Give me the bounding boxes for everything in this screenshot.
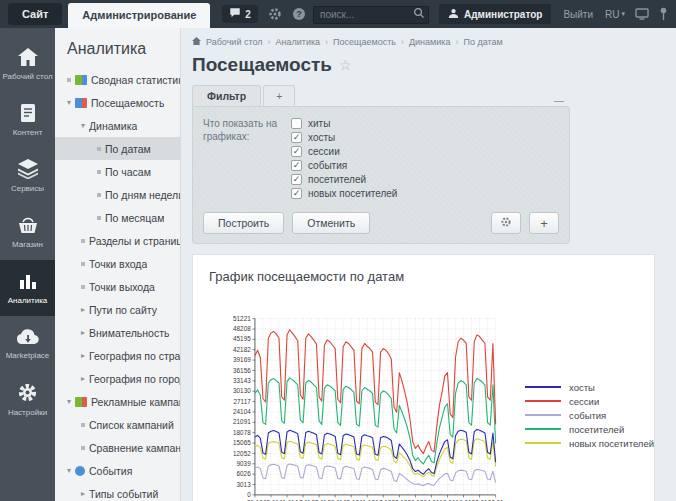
filter-checkbox-row[interactable]: хиты: [291, 117, 397, 130]
filter-settings-button[interactable]: [491, 212, 521, 234]
cancel-button[interactable]: Отменить: [292, 212, 370, 234]
rail-item-services[interactable]: Сервисы: [0, 148, 55, 204]
sidebar-item-label: Разделы и страницы: [89, 235, 180, 247]
breadcrumb-item[interactable]: Посещаемость: [333, 37, 396, 47]
rail-item-label: Marketplace: [6, 352, 50, 361]
user-button[interactable]: Администратор: [439, 4, 551, 24]
sidebar-item[interactable]: Список кампаний: [55, 413, 180, 436]
checkbox[interactable]: ✓: [291, 188, 302, 199]
page-title: Посещаемость: [192, 54, 332, 76]
notifications-count: 2: [245, 9, 251, 20]
sidebar-item[interactable]: Сводная статистика: [55, 68, 180, 91]
sidebar-item[interactable]: ▾События: [55, 459, 180, 482]
sidebar-item-label: По часам: [105, 166, 151, 178]
legend-label: хосты: [569, 382, 595, 393]
sidebar-item-label: По датам: [105, 143, 151, 155]
sidebar-item[interactable]: Точки входа: [55, 252, 180, 275]
site-tab[interactable]: Сайт: [8, 3, 62, 25]
build-button[interactable]: Построить: [203, 212, 284, 234]
legend-swatch: [525, 414, 561, 416]
rail-item-content[interactable]: Контент: [0, 92, 55, 148]
collapse-arrow-icon: ▾: [77, 121, 89, 130]
collapse-filter-button[interactable]: —: [554, 95, 570, 106]
svg-text:15065: 15065: [233, 439, 251, 446]
notifications-button[interactable]: 2: [222, 5, 258, 23]
chart-row: 0301360269039120521506518078210912410427…: [199, 294, 654, 501]
user-icon: [448, 8, 459, 21]
checkbox[interactable]: ✓: [291, 160, 302, 171]
filter-checkbox-row[interactable]: ✓новых посетителей: [291, 187, 397, 200]
sidebar-item[interactable]: ▸География по городам: [55, 367, 180, 390]
breadcrumb-item[interactable]: По датам: [463, 37, 502, 47]
rail-item-settings[interactable]: Настройки: [0, 372, 55, 428]
checkbox[interactable]: ✓: [291, 146, 302, 157]
checkbox[interactable]: [291, 118, 302, 129]
rail-item-label: Контент: [13, 129, 43, 138]
sidebar-item[interactable]: ▾Динамика: [55, 114, 180, 137]
checkbox[interactable]: ✓: [291, 132, 302, 143]
sidebar-item[interactable]: ▸География по странам: [55, 344, 180, 367]
rail-item-analytics[interactable]: Аналитика: [0, 260, 55, 316]
rail-item-label: Рабочий стол: [2, 73, 52, 82]
filter-checkbox-row[interactable]: ✓сессии: [291, 145, 397, 158]
rail-item-desktop[interactable]: Рабочий стол: [0, 36, 55, 92]
filter-block: Фильтр + — Что показать на графиках: хит…: [192, 85, 570, 244]
filter-tab[interactable]: Фильтр: [192, 85, 261, 106]
checkbox[interactable]: ✓: [291, 174, 302, 185]
page-title-row: Посещаемость ☆: [192, 54, 676, 76]
svg-text:24104: 24104: [233, 408, 251, 415]
sidebar-item[interactable]: По часам: [55, 160, 180, 183]
breadcrumb-separator: ›: [455, 37, 458, 47]
rail-item-store[interactable]: Магазин: [0, 204, 55, 260]
admin-tab[interactable]: Администрирование: [68, 3, 210, 28]
layers-icon: [17, 159, 39, 182]
svg-text:6026: 6026: [237, 470, 252, 477]
svg-text:39169: 39169: [233, 356, 251, 363]
favorite-star-icon[interactable]: ☆: [339, 57, 352, 73]
logout-link[interactable]: Выйти: [563, 9, 593, 20]
breadcrumb-home-icon[interactable]: [192, 37, 201, 47]
bullet-icon: [81, 239, 85, 243]
expand-arrow-icon: ▸: [77, 489, 89, 498]
sidebar-item[interactable]: ▸Типы событий: [55, 482, 180, 501]
filter-checkbox-row[interactable]: ✓посетителей: [291, 173, 397, 186]
language-label: RU: [605, 9, 619, 20]
sidebar-item[interactable]: Сравнение кампаний: [55, 436, 180, 459]
sidebar-item[interactable]: ▾Рекламные кампании: [55, 390, 180, 413]
sidebar-item-label: Точки входа: [89, 258, 147, 270]
filter-checkbox-row[interactable]: ✓события: [291, 159, 397, 172]
sidebar-item[interactable]: По месяцам: [55, 206, 180, 229]
rail-item-marketplace[interactable]: Marketplace: [0, 316, 55, 372]
language-selector[interactable]: RU ▾: [605, 9, 625, 20]
sidebar-item[interactable]: Точки выхода: [55, 275, 180, 298]
desktop-view-icon[interactable]: [635, 8, 649, 20]
sidebar-item-label: Внимательность: [89, 327, 169, 339]
add-filter-tab[interactable]: +: [263, 85, 295, 106]
pin-icon[interactable]: [659, 7, 668, 21]
sidebar-item[interactable]: ▸Пути по сайту: [55, 298, 180, 321]
chart-panel: График посещаемости по датам 03013602690…: [192, 254, 655, 501]
sidebar-item[interactable]: По дням недели: [55, 183, 180, 206]
filter-checkbox-row[interactable]: ✓хосты: [291, 131, 397, 144]
breadcrumb-item[interactable]: Динамика: [409, 37, 450, 47]
collapse-arrow-icon: ▾: [63, 397, 75, 406]
sidebar-item[interactable]: Разделы и страницы: [55, 229, 180, 252]
svg-text:30130: 30130: [233, 387, 251, 394]
sidebar-item[interactable]: ▸Внимательность: [55, 321, 180, 344]
rail-item-label: Аналитика: [8, 297, 48, 306]
sidebar-item[interactable]: По датам: [55, 137, 180, 160]
help-icon[interactable]: ?: [292, 7, 306, 21]
settings-gear-icon[interactable]: [268, 7, 282, 21]
search-input[interactable]: [313, 6, 429, 24]
breadcrumb-item[interactable]: Аналитика: [276, 37, 321, 47]
search-box[interactable]: [313, 4, 429, 24]
sidebar-item-label: По месяцам: [105, 212, 164, 224]
bullet-icon: [97, 216, 101, 220]
sidebar-item-label: Список кампаний: [89, 419, 174, 431]
chart-legend: хостысессиисобытияпосетителейновых посет…: [525, 380, 654, 501]
sidebar-item[interactable]: ▾Посещаемость: [55, 91, 180, 114]
summary-stats-icon: [75, 75, 87, 85]
breadcrumb-item[interactable]: Рабочий стол: [206, 37, 263, 47]
add-field-button[interactable]: +: [529, 212, 559, 234]
legend-item: сессии: [525, 394, 654, 408]
